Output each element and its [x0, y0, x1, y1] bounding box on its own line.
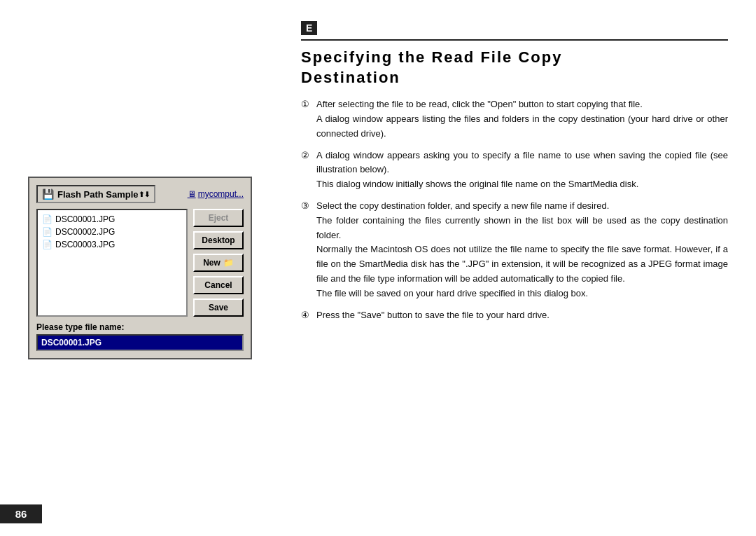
desktop-button[interactable]: Desktop: [193, 231, 244, 249]
new-label: New: [203, 258, 220, 268]
mycomputer-icon: 🖥: [188, 189, 196, 199]
step-number-3: ③: [301, 199, 311, 301]
dialog-content-area: 📄 DSC00001.JPG 📄 DSC00002.JPG 📄 DSC00003…: [36, 209, 244, 317]
step-text-1: After selecting the file to be read, cli…: [316, 97, 728, 141]
step-text-4: Press the "Save" button to save the file…: [316, 308, 550, 323]
file-name: DSC00002.JPG: [55, 227, 115, 237]
step-number-2: ②: [301, 149, 311, 192]
list-item[interactable]: 📄 DSC00002.JPG: [41, 226, 183, 238]
dropdown-arrow-icon: ⬆⬇: [139, 191, 150, 198]
file-name: DSC00001.JPG: [55, 214, 115, 224]
filename-label: Please type file name:: [36, 322, 244, 332]
location-label: Flash Path Sample: [57, 189, 139, 200]
left-panel: 💾 Flash Path Sample ⬆⬇ 🖥 mycomput... 📄 D…: [0, 0, 280, 536]
section-divider: [301, 39, 728, 41]
new-folder-icon: 📁: [223, 258, 234, 268]
step-text-3: Select the copy destination folder, and …: [316, 199, 728, 301]
file-list[interactable]: 📄 DSC00001.JPG 📄 DSC00002.JPG 📄 DSC00003…: [36, 209, 188, 317]
title-line1: Specifying the Read File Copy: [301, 48, 562, 66]
title-line2: Destination: [301, 69, 400, 86]
file-name: DSC00003.JPG: [55, 240, 115, 249]
eject-button[interactable]: Eject: [193, 209, 244, 227]
file-icon: 📄: [42, 227, 52, 237]
right-panel: E Specifying the Read File Copy Destinat…: [280, 0, 756, 536]
new-button[interactable]: New 📁: [193, 254, 244, 272]
filename-section: Please type file name:: [36, 322, 244, 351]
side-buttons: Eject Desktop New 📁 Cancel Save: [193, 209, 244, 317]
page-number: 86: [0, 504, 42, 523]
instruction-step-2: ② A dialog window appears asking you to …: [301, 149, 728, 192]
dialog-box: 💾 Flash Path Sample ⬆⬇ 🖥 mycomput... 📄 D…: [28, 177, 252, 359]
save-button[interactable]: Save: [193, 298, 244, 317]
step-text-2: A dialog window appears asking you to sp…: [316, 149, 728, 192]
location-dropdown[interactable]: 💾 Flash Path Sample ⬆⬇: [36, 185, 155, 203]
file-icon: 📄: [42, 214, 52, 224]
file-icon: 📄: [42, 240, 52, 249]
cancel-button[interactable]: Cancel: [193, 276, 244, 294]
instruction-step-4: ④ Press the "Save" button to save the fi…: [301, 308, 728, 323]
floppy-icon: 💾: [42, 188, 54, 200]
section-title: Specifying the Read File Copy Destinatio…: [301, 48, 728, 88]
filename-input[interactable]: [36, 334, 244, 351]
instruction-step-1: ① After selecting the file to be read, c…: [301, 97, 728, 141]
step-number-4: ④: [301, 308, 311, 323]
mycomputer-label: mycomput...: [198, 189, 244, 199]
instruction-step-3: ③ Select the copy destination folder, an…: [301, 199, 728, 301]
instructions: ① After selecting the file to be read, c…: [301, 97, 728, 322]
dialog-top-row: 💾 Flash Path Sample ⬆⬇ 🖥 mycomput...: [36, 185, 244, 203]
list-item[interactable]: 📄 DSC00003.JPG: [41, 238, 183, 251]
step-number-1: ①: [301, 97, 311, 141]
section-indicator: E: [301, 21, 317, 35]
mycomputer-link[interactable]: 🖥 mycomput...: [188, 189, 244, 199]
list-item[interactable]: 📄 DSC00001.JPG: [41, 213, 183, 226]
